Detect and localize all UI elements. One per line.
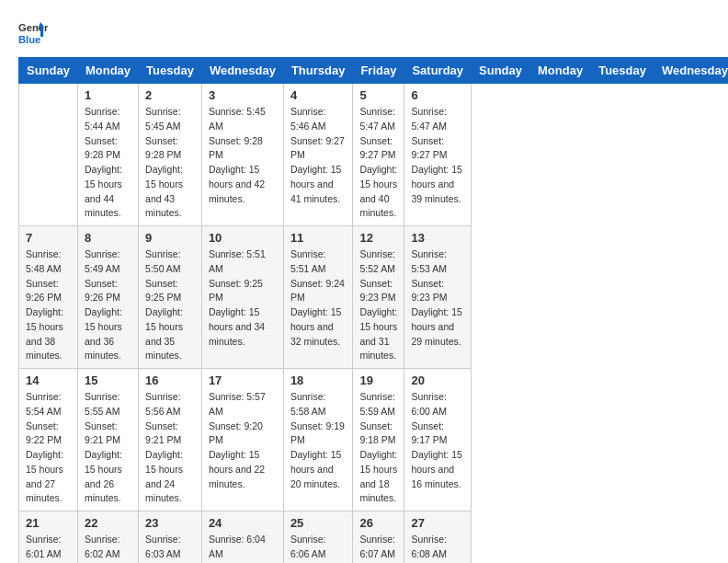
calendar-cell: 8Sunrise: 5:49 AMSunset: 9:26 PMDaylight… (77, 226, 138, 369)
calendar-cell: 23Sunrise: 6:03 AMSunset: 9:14 PMDayligh… (139, 511, 202, 564)
day-number: 5 (359, 88, 397, 102)
day-info: Sunrise: 6:02 AMSunset: 9:15 PMDaylight:… (85, 533, 131, 563)
calendar-week-row: 7Sunrise: 5:48 AMSunset: 9:26 PMDaylight… (19, 226, 729, 369)
calendar-cell: 3Sunrise: 5:45 AMSunset: 9:28 PMDaylight… (201, 84, 283, 226)
calendar-cell: 12Sunrise: 5:52 AMSunset: 9:23 PMDayligh… (353, 226, 404, 369)
logo-icon: General Blue (18, 18, 48, 48)
calendar-header-monday: Monday (530, 58, 591, 84)
calendar-cell: 24Sunrise: 6:04 AMSunset: 9:13 PMDayligh… (201, 511, 283, 564)
day-info: Sunrise: 5:50 AMSunset: 9:25 PMDaylight:… (145, 247, 195, 363)
calendar-header-tuesday: Tuesday (591, 58, 654, 84)
day-info: Sunrise: 5:53 AMSunset: 9:23 PMDaylight:… (411, 247, 464, 349)
day-number: 24 (209, 516, 277, 530)
calendar-cell: 20Sunrise: 6:00 AMSunset: 9:17 PMDayligh… (404, 369, 472, 511)
calendar-cell: 13Sunrise: 5:53 AMSunset: 9:23 PMDayligh… (404, 226, 472, 369)
calendar-header-friday: Friday (353, 58, 404, 84)
calendar-cell: 27Sunrise: 6:08 AMSunset: 9:10 PMDayligh… (404, 511, 472, 564)
calendar-header-wednesday: Wednesday (654, 58, 728, 84)
day-info: Sunrise: 5:58 AMSunset: 9:19 PMDaylight:… (290, 390, 347, 491)
calendar-header-wednesday: Wednesday (201, 58, 283, 84)
calendar-cell: 15Sunrise: 5:55 AMSunset: 9:21 PMDayligh… (77, 369, 138, 511)
calendar-cell: 17Sunrise: 5:57 AMSunset: 9:20 PMDayligh… (201, 369, 283, 511)
day-number: 21 (26, 516, 71, 530)
day-info: Sunrise: 5:48 AMSunset: 9:26 PMDaylight:… (26, 247, 71, 363)
day-info: Sunrise: 5:47 AMSunset: 9:27 PMDaylight:… (411, 105, 464, 206)
day-info: Sunrise: 6:01 AMSunset: 9:16 PMDaylight:… (26, 533, 71, 563)
day-number: 10 (209, 231, 277, 245)
day-info: Sunrise: 5:51 AMSunset: 9:24 PMDaylight:… (290, 247, 347, 349)
calendar-cell: 22Sunrise: 6:02 AMSunset: 9:15 PMDayligh… (77, 511, 138, 564)
day-info: Sunrise: 6:06 AMSunset: 9:12 PMDaylight:… (290, 533, 347, 563)
logo: General Blue (18, 18, 48, 48)
day-info: Sunrise: 5:45 AMSunset: 9:28 PMDaylight:… (209, 105, 277, 206)
calendar-cell (19, 84, 78, 226)
day-info: Sunrise: 5:55 AMSunset: 9:21 PMDaylight:… (85, 390, 131, 506)
day-number: 3 (209, 88, 277, 102)
calendar-cell: 7Sunrise: 5:48 AMSunset: 9:26 PMDaylight… (19, 226, 78, 369)
day-info: Sunrise: 5:49 AMSunset: 9:26 PMDaylight:… (85, 247, 131, 363)
day-info: Sunrise: 6:04 AMSunset: 9:13 PMDaylight:… (209, 533, 277, 563)
calendar-cell: 5Sunrise: 5:47 AMSunset: 9:27 PMDaylight… (353, 84, 404, 226)
calendar-week-row: 21Sunrise: 6:01 AMSunset: 9:16 PMDayligh… (19, 511, 729, 564)
day-number: 1 (85, 88, 131, 102)
day-number: 25 (290, 516, 347, 530)
day-info: Sunrise: 5:59 AMSunset: 9:18 PMDaylight:… (359, 390, 397, 506)
day-info: Sunrise: 5:56 AMSunset: 9:21 PMDaylight:… (145, 390, 195, 506)
day-info: Sunrise: 6:00 AMSunset: 9:17 PMDaylight:… (411, 390, 464, 491)
svg-text:Blue: Blue (18, 34, 40, 45)
day-number: 20 (411, 373, 464, 387)
calendar-cell: 9Sunrise: 5:50 AMSunset: 9:25 PMDaylight… (139, 226, 202, 369)
calendar-header-tuesday: Tuesday (139, 58, 202, 84)
calendar-header-sunday: Sunday (19, 58, 78, 84)
day-number: 17 (209, 373, 277, 387)
day-number: 7 (26, 231, 71, 245)
page-header: General Blue (18, 18, 710, 48)
day-number: 14 (26, 373, 71, 387)
calendar-cell: 14Sunrise: 5:54 AMSunset: 9:22 PMDayligh… (19, 369, 78, 511)
calendar-cell: 1Sunrise: 5:44 AMSunset: 9:28 PMDaylight… (77, 84, 138, 226)
day-number: 11 (290, 231, 347, 245)
day-number: 23 (145, 516, 195, 530)
calendar-cell: 4Sunrise: 5:46 AMSunset: 9:27 PMDaylight… (283, 84, 353, 226)
day-number: 19 (359, 373, 397, 387)
day-number: 27 (411, 516, 464, 530)
day-number: 16 (145, 373, 195, 387)
calendar-header-row: SundayMondayTuesdayWednesdayThursdayFrid… (19, 58, 729, 84)
calendar-header-thursday: Thursday (283, 58, 353, 84)
calendar-cell: 16Sunrise: 5:56 AMSunset: 9:21 PMDayligh… (139, 369, 202, 511)
day-number: 15 (85, 373, 131, 387)
day-info: Sunrise: 5:57 AMSunset: 9:20 PMDaylight:… (209, 390, 277, 491)
calendar-header-monday: Monday (77, 58, 138, 84)
day-number: 26 (359, 516, 397, 530)
calendar-table: SundayMondayTuesdayWednesdayThursdayFrid… (18, 57, 728, 563)
calendar-cell: 25Sunrise: 6:06 AMSunset: 9:12 PMDayligh… (283, 511, 353, 564)
day-info: Sunrise: 5:46 AMSunset: 9:27 PMDaylight:… (290, 105, 347, 206)
calendar-cell: 2Sunrise: 5:45 AMSunset: 9:28 PMDaylight… (139, 84, 202, 226)
day-info: Sunrise: 6:07 AMSunset: 9:11 PMDaylight:… (359, 533, 397, 563)
day-number: 6 (411, 88, 464, 102)
calendar-cell: 10Sunrise: 5:51 AMSunset: 9:25 PMDayligh… (201, 226, 283, 369)
day-number: 13 (411, 231, 464, 245)
calendar-header-sunday: Sunday (472, 58, 530, 84)
calendar-week-row: 1Sunrise: 5:44 AMSunset: 9:28 PMDaylight… (19, 84, 729, 226)
day-info: Sunrise: 5:52 AMSunset: 9:23 PMDaylight:… (359, 247, 397, 363)
day-number: 2 (145, 88, 195, 102)
day-number: 8 (85, 231, 131, 245)
day-number: 9 (145, 231, 195, 245)
day-info: Sunrise: 5:45 AMSunset: 9:28 PMDaylight:… (145, 105, 195, 221)
day-number: 18 (290, 373, 347, 387)
day-info: Sunrise: 5:44 AMSunset: 9:28 PMDaylight:… (85, 105, 131, 221)
calendar-week-row: 14Sunrise: 5:54 AMSunset: 9:22 PMDayligh… (19, 369, 729, 511)
day-info: Sunrise: 6:03 AMSunset: 9:14 PMDaylight:… (145, 533, 195, 563)
calendar-cell: 11Sunrise: 5:51 AMSunset: 9:24 PMDayligh… (283, 226, 353, 369)
calendar-cell: 26Sunrise: 6:07 AMSunset: 9:11 PMDayligh… (353, 511, 404, 564)
day-number: 12 (359, 231, 397, 245)
day-number: 22 (85, 516, 131, 530)
calendar-cell: 18Sunrise: 5:58 AMSunset: 9:19 PMDayligh… (283, 369, 353, 511)
calendar-cell: 6Sunrise: 5:47 AMSunset: 9:27 PMDaylight… (404, 84, 472, 226)
day-info: Sunrise: 5:47 AMSunset: 9:27 PMDaylight:… (359, 105, 397, 221)
day-info: Sunrise: 5:51 AMSunset: 9:25 PMDaylight:… (209, 247, 277, 349)
day-info: Sunrise: 5:54 AMSunset: 9:22 PMDaylight:… (26, 390, 71, 506)
day-info: Sunrise: 6:08 AMSunset: 9:10 PMDaylight:… (411, 533, 464, 563)
day-number: 4 (290, 88, 347, 102)
